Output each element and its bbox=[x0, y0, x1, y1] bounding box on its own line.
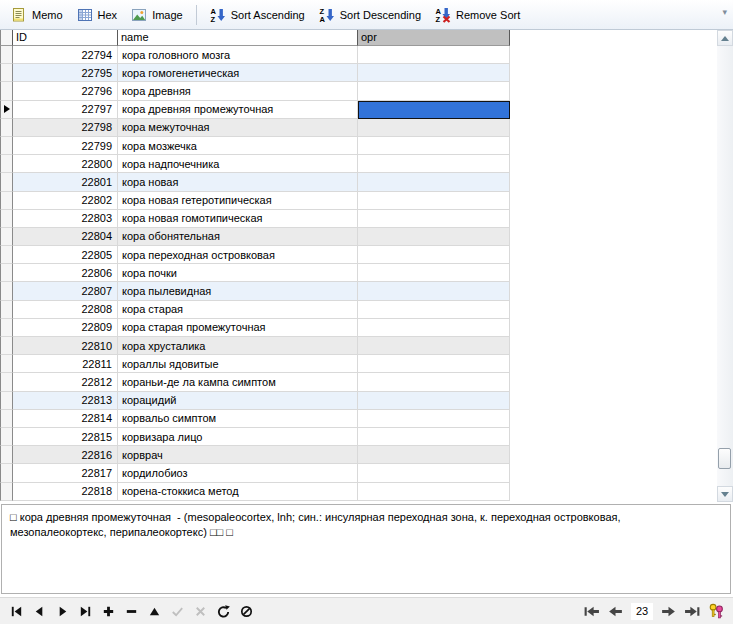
memo-panel[interactable]: □ кора древняя промежуточная - (mesopale… bbox=[1, 504, 731, 594]
cell-id[interactable]: 22803 bbox=[13, 210, 118, 228]
cell-opr[interactable] bbox=[358, 337, 510, 355]
cell-name[interactable]: кораньи-де ла кампа симптом bbox=[118, 373, 358, 391]
hex-button[interactable]: Hex bbox=[70, 4, 125, 26]
cell-name[interactable]: кора пылевидная bbox=[118, 282, 358, 300]
cell-name[interactable]: кора новая гетеротипическая bbox=[118, 192, 358, 210]
column-header-opr[interactable]: opr bbox=[358, 30, 510, 46]
cell-name[interactable]: корвальо симптом bbox=[118, 410, 358, 428]
cell-opr[interactable] bbox=[358, 137, 510, 155]
cell-name[interactable]: кора межуточная bbox=[118, 119, 358, 137]
cell-id[interactable]: 22802 bbox=[13, 192, 118, 210]
cell-id[interactable]: 22798 bbox=[13, 119, 118, 137]
cell-name[interactable]: кора переходная островковая bbox=[118, 246, 358, 264]
vertical-scrollbar[interactable] bbox=[717, 30, 733, 502]
cell-id[interactable]: 22818 bbox=[13, 483, 118, 501]
page-last-button[interactable] bbox=[684, 603, 701, 620]
nav-cancel-updates-button[interactable] bbox=[238, 603, 254, 619]
cell-name[interactable]: кора головного мозга bbox=[118, 46, 358, 64]
table-row[interactable]: 22816 корврач bbox=[0, 446, 510, 464]
column-header-id[interactable]: ID bbox=[13, 30, 118, 46]
toolbar-overflow-chevron[interactable]: ▾ bbox=[722, 8, 727, 17]
table-row[interactable]: 22806 кора почки bbox=[0, 264, 510, 282]
cell-id[interactable]: 22811 bbox=[13, 355, 118, 373]
table-row[interactable]: 22796 кора древняя bbox=[0, 82, 510, 100]
cell-opr[interactable] bbox=[358, 410, 510, 428]
keys-button[interactable] bbox=[708, 603, 725, 620]
sort-descending-button[interactable]: Z A Sort Descending bbox=[312, 4, 428, 26]
cell-name[interactable]: кора старая промежуточная bbox=[118, 319, 358, 337]
cell-id[interactable]: 22815 bbox=[13, 428, 118, 446]
table-row[interactable]: 22813 корацидий bbox=[0, 392, 510, 410]
cell-id[interactable]: 22796 bbox=[13, 82, 118, 100]
cell-id[interactable]: 22797 bbox=[13, 101, 118, 119]
cell-id[interactable]: 22800 bbox=[13, 155, 118, 173]
cell-opr[interactable] bbox=[358, 228, 510, 246]
nav-refresh-button[interactable] bbox=[215, 603, 231, 619]
cell-name[interactable]: кора надпочечника bbox=[118, 155, 358, 173]
cell-id[interactable]: 22816 bbox=[13, 446, 118, 464]
cell-opr[interactable] bbox=[358, 246, 510, 264]
table-row[interactable]: 22807 кора пылевидная bbox=[0, 282, 510, 300]
cell-name[interactable]: кораллы ядовитые bbox=[118, 355, 358, 373]
cell-id[interactable]: 22807 bbox=[13, 282, 118, 300]
cell-id[interactable]: 22812 bbox=[13, 373, 118, 391]
cell-name[interactable]: корврач bbox=[118, 446, 358, 464]
nav-post-button[interactable] bbox=[169, 603, 185, 619]
cell-name[interactable]: корацидий bbox=[118, 392, 358, 410]
nav-next-button[interactable] bbox=[54, 603, 70, 619]
table-row[interactable]: 22817 кордилобиоз bbox=[0, 464, 510, 482]
cell-id[interactable]: 22805 bbox=[13, 246, 118, 264]
page-number-input[interactable]: 23 bbox=[631, 603, 653, 620]
page-first-button[interactable] bbox=[583, 603, 600, 620]
table-row[interactable]: 22803 кора новая гомотипическая bbox=[0, 210, 510, 228]
page-prev-button[interactable] bbox=[607, 603, 624, 620]
cell-opr[interactable] bbox=[358, 319, 510, 337]
cell-id[interactable]: 22801 bbox=[13, 173, 118, 191]
nav-edit-button[interactable] bbox=[146, 603, 162, 619]
cell-opr[interactable] bbox=[358, 301, 510, 319]
cell-name[interactable]: корвизара лицо bbox=[118, 428, 358, 446]
sort-ascending-button[interactable]: A Z Sort Ascending bbox=[203, 4, 312, 26]
cell-id[interactable]: 22806 bbox=[13, 264, 118, 282]
cell-opr[interactable] bbox=[358, 464, 510, 482]
cell-name[interactable]: кора почки bbox=[118, 264, 358, 282]
table-row[interactable]: 22794 кора головного мозга bbox=[0, 46, 510, 64]
table-row[interactable]: 22802 кора новая гетеротипическая bbox=[0, 192, 510, 210]
cell-opr[interactable] bbox=[358, 192, 510, 210]
cell-name[interactable]: корена-стоккиса метод bbox=[118, 483, 358, 501]
cell-opr[interactable] bbox=[358, 428, 510, 446]
scroll-thumb[interactable] bbox=[718, 448, 731, 469]
cell-opr[interactable] bbox=[358, 82, 510, 100]
cell-opr[interactable] bbox=[358, 155, 510, 173]
cell-name[interactable]: кора новая гомотипическая bbox=[118, 210, 358, 228]
table-row[interactable]: 22815 корвизара лицо bbox=[0, 428, 510, 446]
cell-opr[interactable] bbox=[358, 264, 510, 282]
table-row[interactable]: 22811 кораллы ядовитые bbox=[0, 355, 510, 373]
cell-opr[interactable] bbox=[358, 64, 510, 82]
nav-cancel-button[interactable] bbox=[192, 603, 208, 619]
nav-last-button[interactable] bbox=[77, 603, 93, 619]
cell-name[interactable]: кора старая bbox=[118, 301, 358, 319]
cell-opr[interactable] bbox=[358, 355, 510, 373]
table-row[interactable]: 22812 кораньи-де ла кампа симптом bbox=[0, 373, 510, 391]
cell-name[interactable]: кора мозжечка bbox=[118, 137, 358, 155]
table-row[interactable]: 22810 кора хрусталика bbox=[0, 337, 510, 355]
table-row[interactable]: 22800 кора надпочечника bbox=[0, 155, 510, 173]
table-row[interactable]: 22809 кора старая промежуточная bbox=[0, 319, 510, 337]
cell-opr[interactable] bbox=[358, 282, 510, 300]
page-next-button[interactable] bbox=[660, 603, 677, 620]
cell-opr[interactable] bbox=[358, 46, 510, 64]
image-button[interactable]: Image bbox=[124, 4, 190, 26]
scroll-up-button[interactable] bbox=[717, 30, 733, 46]
cell-opr[interactable] bbox=[358, 446, 510, 464]
table-row[interactable]: 22797 кора древняя промежуточная bbox=[0, 101, 510, 119]
cell-id[interactable]: 22804 bbox=[13, 228, 118, 246]
memo-button[interactable]: Memo bbox=[4, 4, 70, 26]
nav-insert-button[interactable] bbox=[100, 603, 116, 619]
cell-id[interactable]: 22810 bbox=[13, 337, 118, 355]
cell-id[interactable]: 22794 bbox=[13, 46, 118, 64]
table-row[interactable]: 22818 корена-стоккиса метод bbox=[0, 483, 510, 501]
cell-name[interactable]: кора древняя bbox=[118, 82, 358, 100]
cell-opr[interactable] bbox=[358, 101, 510, 119]
cell-id[interactable]: 22814 bbox=[13, 410, 118, 428]
